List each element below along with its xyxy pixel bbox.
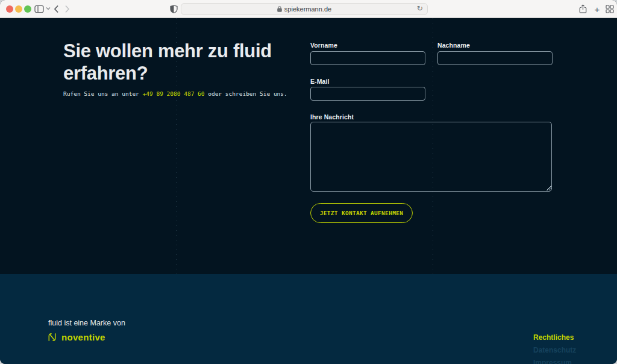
brand-tagline: fluid ist eine Marke von bbox=[48, 319, 125, 327]
browser-window: spiekermann.de ↺ + Sie wollen mehr zu fl… bbox=[0, 0, 617, 364]
lock-icon bbox=[277, 6, 282, 12]
link-impressum[interactable]: Impressum bbox=[533, 359, 576, 364]
sidebar-toggle-icon[interactable] bbox=[34, 5, 44, 13]
noventive-logo[interactable]: noventive bbox=[47, 332, 105, 342]
nachname-input[interactable] bbox=[437, 51, 553, 65]
webpage: Sie wollen mehr zu fluid erfahren? Rufen… bbox=[0, 18, 617, 364]
email-label: E-Mail bbox=[310, 78, 330, 85]
contact-text-suffix: oder schreiben Sie uns. bbox=[205, 90, 287, 97]
back-icon[interactable] bbox=[54, 5, 59, 13]
link-rechtliches[interactable]: Rechtliches bbox=[533, 334, 576, 342]
minimize-window-button[interactable] bbox=[15, 5, 22, 13]
zoom-window-button[interactable] bbox=[24, 5, 31, 13]
contact-text: Rufen Sie uns an unter +49 89 2080 487 6… bbox=[63, 90, 287, 97]
submit-button[interactable]: JETZT KONTAKT AUFNEHMEN bbox=[310, 203, 413, 223]
email-input[interactable] bbox=[310, 87, 425, 101]
link-datenschutz[interactable]: Datenschutz bbox=[533, 347, 576, 354]
share-icon[interactable] bbox=[579, 4, 587, 14]
page-footer: fluid ist eine Marke von noventive Recht… bbox=[0, 274, 617, 364]
chevron-down-icon[interactable] bbox=[46, 7, 51, 10]
vorname-label: Vorname bbox=[310, 42, 337, 49]
new-tab-icon[interactable]: + bbox=[593, 5, 601, 13]
forward-icon[interactable] bbox=[64, 5, 70, 13]
legal-links: Rechtliches Datenschutz Impressum bbox=[533, 334, 576, 364]
phone-link[interactable]: +49 89 2080 487 60 bbox=[143, 90, 205, 97]
message-label: Ihre Nachricht bbox=[310, 113, 354, 121]
reload-icon[interactable]: ↺ bbox=[417, 4, 423, 13]
contact-text-prefix: Rufen Sie uns an unter bbox=[63, 90, 143, 97]
page-title: Sie wollen mehr zu fluid erfahren? bbox=[63, 40, 304, 84]
contact-section: Sie wollen mehr zu fluid erfahren? Rufen… bbox=[0, 18, 617, 274]
url-text: spiekermann.de bbox=[284, 5, 331, 13]
browser-toolbar: spiekermann.de ↺ + bbox=[0, 0, 617, 18]
vorname-input[interactable] bbox=[310, 51, 425, 65]
tab-overview-icon[interactable] bbox=[606, 5, 614, 13]
noventive-wordmark: noventive bbox=[61, 332, 105, 342]
nachname-label: Nachname bbox=[437, 42, 470, 49]
message-textarea[interactable] bbox=[310, 122, 552, 192]
close-window-button[interactable] bbox=[6, 5, 13, 13]
privacy-shield-icon[interactable] bbox=[170, 5, 178, 13]
address-bar[interactable]: spiekermann.de ↺ bbox=[181, 3, 428, 15]
noventive-logo-icon bbox=[47, 332, 57, 342]
